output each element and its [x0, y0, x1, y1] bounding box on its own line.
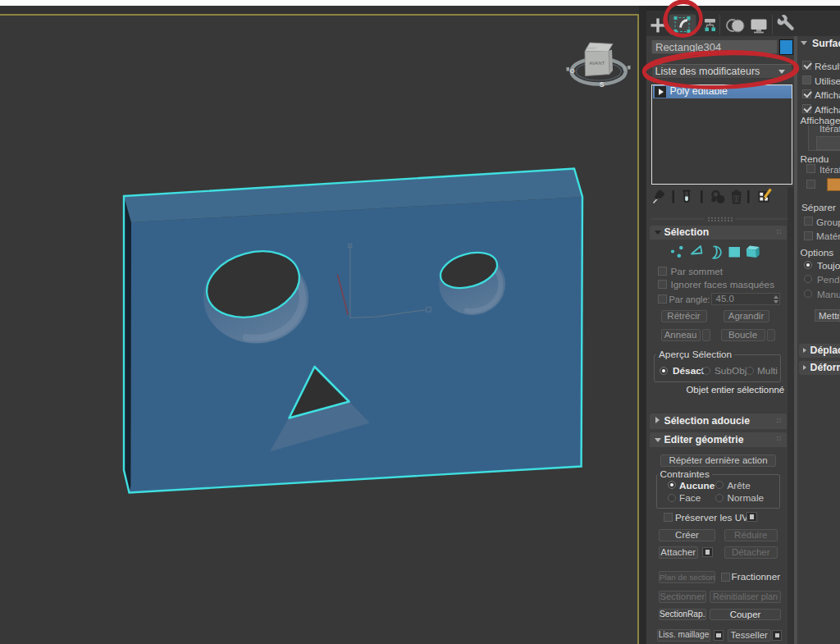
svg-text:O: O — [569, 67, 574, 75]
svg-text:AVANT: AVANT — [586, 46, 598, 50]
svg-text:E: E — [623, 65, 628, 72]
svg-text:AVANT: AVANT — [589, 61, 605, 66]
svg-text:S: S — [600, 80, 605, 89]
